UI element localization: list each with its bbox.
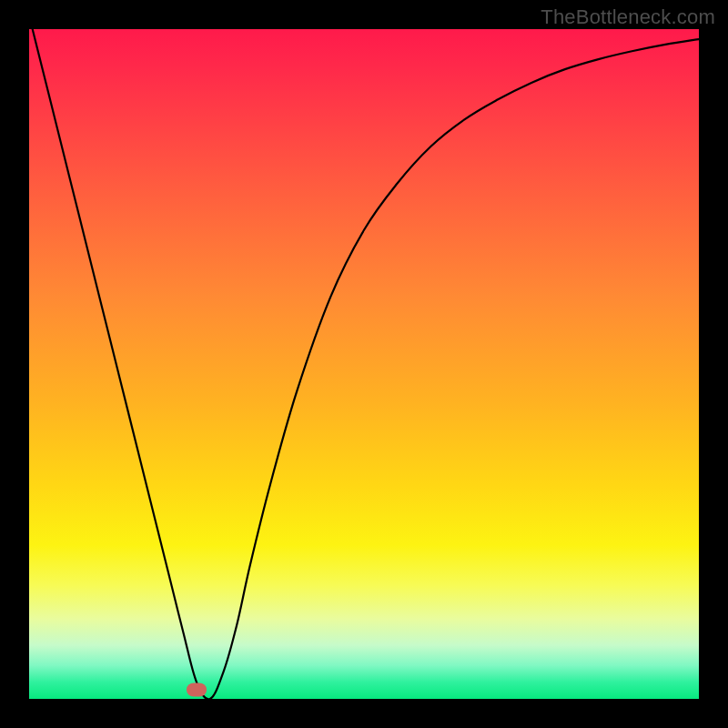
watermark-text: TheBottleneck.com [541,5,715,29]
chart-frame: TheBottleneck.com [0,0,728,728]
bottleneck-curve [29,29,699,699]
plot-area [29,29,699,699]
optimum-marker [187,683,207,697]
